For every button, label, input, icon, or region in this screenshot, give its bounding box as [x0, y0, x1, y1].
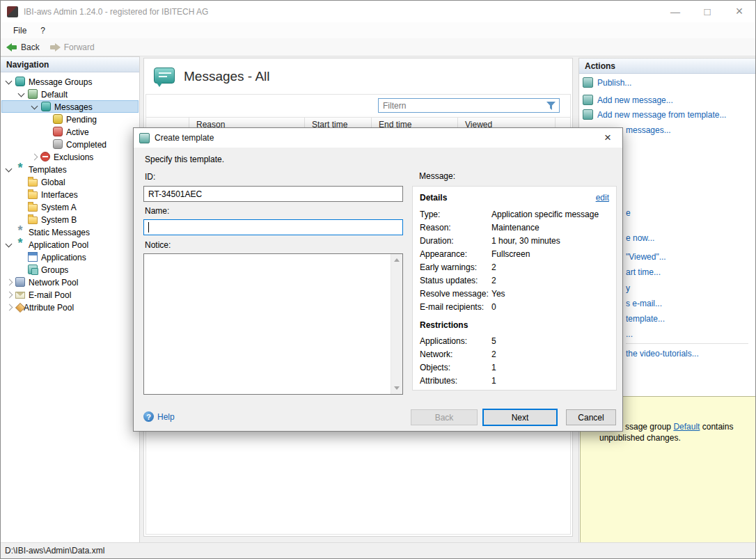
detail-row-value: Fullscreen	[491, 249, 530, 259]
chevron-right-icon[interactable]	[6, 291, 13, 298]
edit-link[interactable]: edit	[596, 193, 609, 203]
name-field[interactable]	[143, 219, 403, 235]
exclusion-icon	[40, 152, 50, 162]
tree-item-application-pool[interactable]: Application Pool	[1, 238, 139, 251]
tree-item-attribute-pool[interactable]: Attribute Pool	[1, 301, 139, 313]
detail-row-value: 5	[491, 336, 496, 346]
forward-nav-label: Forward	[64, 42, 95, 52]
detail-row-label: Resolve message:	[420, 289, 491, 299]
chevron-right-icon[interactable]	[6, 304, 13, 310]
detail-row-label: Attributes:	[420, 376, 491, 386]
close-button[interactable]	[723, 1, 755, 22]
tree-item-default[interactable]: Default	[1, 88, 139, 100]
action-icon	[583, 77, 593, 88]
tree-item-global[interactable]: Global	[1, 175, 139, 188]
folder-icon	[28, 191, 38, 199]
notice-textarea-input[interactable]	[144, 254, 390, 394]
chevron-down-icon[interactable]	[31, 102, 38, 109]
filter-input[interactable]	[379, 100, 546, 112]
filter-funnel-icon[interactable]	[546, 102, 556, 110]
detail-row-value: 0	[491, 302, 496, 312]
cancel-button[interactable]: Cancel	[566, 409, 616, 425]
detail-row-value: 1	[491, 363, 496, 372]
detail-row-label: Reason:	[420, 223, 491, 233]
tree-item-messages[interactable]: Messages	[1, 100, 139, 113]
detail-row: Duration:1 hour, 30 minutes	[420, 234, 609, 247]
actions-separator	[626, 343, 748, 344]
tree-item-pending[interactable]: Pending	[1, 113, 139, 125]
chevron-down-icon[interactable]	[6, 240, 13, 247]
folder-icon	[28, 179, 38, 187]
action-fragment[interactable]: "Viewed"...	[626, 252, 666, 262]
tree-item-message-groups[interactable]: Message Groups	[1, 75, 139, 88]
restrictions-rows: Applications:5Network:2Objects:1Attribut…	[420, 334, 609, 387]
template-icon	[15, 164, 25, 174]
action-label: Publish...	[597, 78, 631, 88]
action-publish[interactable]: Publish...	[583, 77, 631, 88]
help-link[interactable]: Help	[143, 411, 175, 422]
action-icon	[583, 109, 593, 120]
static-icon	[15, 227, 25, 237]
text-caret	[148, 222, 149, 233]
default-group-link[interactable]: Default	[673, 422, 700, 432]
action-fragment[interactable]: template...	[626, 314, 665, 324]
detail-row: Objects:1	[420, 361, 609, 374]
dialog-titlebar[interactable]: Create template	[134, 128, 622, 148]
detail-row-label: Duration:	[420, 236, 491, 246]
back-button[interactable]: Back	[411, 409, 478, 425]
action-fragment[interactable]: art time...	[626, 267, 661, 277]
tree-item-label: Groups	[41, 265, 68, 275]
chevron-down-icon[interactable]	[18, 90, 25, 97]
action-fragment[interactable]: e now...	[626, 233, 654, 243]
scroll-down-icon[interactable]	[394, 386, 400, 390]
tree-item-templates[interactable]: Templates	[1, 163, 139, 175]
next-button[interactable]: Next	[482, 409, 558, 426]
action-add-new-message-from-template[interactable]: Add new message from template...	[583, 109, 726, 120]
id-field[interactable]	[143, 186, 403, 202]
tree-item-active[interactable]: Active	[1, 125, 139, 138]
scrollbar[interactable]	[391, 254, 402, 394]
action-fragment[interactable]: e	[626, 208, 631, 218]
dialog-close-button[interactable]	[593, 128, 622, 148]
chevron-right-icon[interactable]	[31, 153, 38, 160]
scroll-up-icon[interactable]	[394, 258, 400, 262]
tree-item-groups[interactable]: Groups	[1, 263, 139, 276]
action-fragment[interactable]: messages...	[626, 125, 671, 135]
tree-item-applications[interactable]: Applications	[1, 251, 139, 263]
chevron-right-icon[interactable]	[6, 278, 13, 285]
action-fragment[interactable]: the video-tutorials...	[626, 349, 699, 359]
detail-row-label: Type:	[420, 210, 491, 219]
detail-row-value: 2	[491, 262, 496, 272]
tree-item-system-a[interactable]: System A	[1, 200, 139, 213]
back-nav-button[interactable]: Back	[6, 42, 40, 52]
action-fragment[interactable]: s e-mail...	[626, 299, 662, 308]
detail-row: Applications:5	[420, 334, 609, 347]
help-label: Help	[157, 412, 175, 422]
menu-help[interactable]: ?	[33, 24, 52, 38]
titlebar: IBI-aws Admin 1.24.0 - registered for IB…	[1, 1, 755, 22]
minimize-button[interactable]	[659, 1, 691, 22]
detail-row-label: Objects:	[420, 363, 491, 372]
action-add-new-message[interactable]: Add new message...	[583, 95, 673, 105]
back-arrow-icon	[6, 43, 17, 52]
chevron-down-icon[interactable]	[6, 165, 13, 172]
tree-item-label: Message Groups	[29, 77, 92, 87]
tree-item-interfaces[interactable]: Interfaces	[1, 188, 139, 200]
msg-yellow-icon	[53, 114, 63, 124]
tree-item-completed[interactable]: Completed	[1, 138, 139, 150]
tree-item-e-mail-pool[interactable]: E-mail Pool	[1, 288, 139, 301]
chevron-down-icon[interactable]	[6, 77, 13, 84]
tree-item-label: Templates	[29, 164, 67, 175]
menu-file[interactable]: File	[6, 24, 33, 38]
tree-item-network-pool[interactable]: Network Pool	[1, 276, 139, 288]
action-fragment[interactable]: y	[626, 283, 630, 293]
maximize-button[interactable]	[691, 1, 723, 22]
action-fragment[interactable]: ...	[626, 329, 633, 339]
forward-nav-button[interactable]: Forward	[49, 42, 95, 52]
tree-item-label: System A	[41, 202, 77, 212]
msg-gray-icon	[53, 139, 63, 149]
detail-row-label: Network:	[420, 349, 491, 359]
msg-red-icon	[53, 127, 63, 136]
pool-icon	[15, 239, 25, 249]
group-icon	[28, 89, 38, 99]
